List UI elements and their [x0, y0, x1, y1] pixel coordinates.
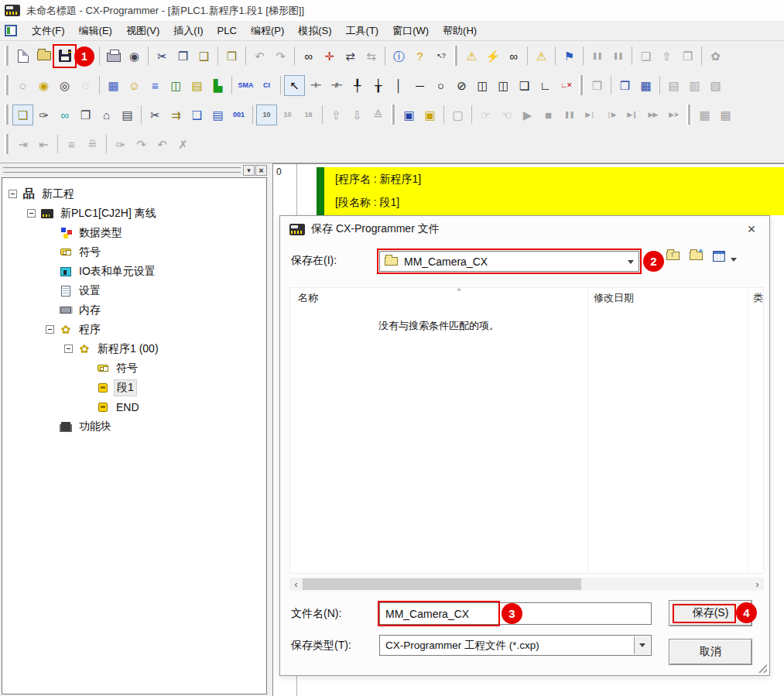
column-header-type[interactable]: 类 [753, 291, 763, 305]
zoom-out-button[interactable]: ◎ [54, 75, 75, 96]
menu-item-file[interactable]: 文件(F) [25, 21, 72, 41]
fb-instance-view-button[interactable]: ❑ [187, 105, 207, 125]
expand-toggle[interactable] [9, 190, 17, 198]
symbol-verify-button[interactable]: ▤ [663, 75, 684, 96]
symbol-replace-b-button[interactable]: ⇆ [361, 46, 382, 67]
tree-item-section-1[interactable]: 段1 [2, 378, 266, 397]
symbol-clear-button[interactable]: ▥ [684, 75, 705, 96]
tree-item-programs[interactable]: ✿程序 [2, 320, 266, 339]
window-properties-button[interactable]: ▤ [117, 105, 138, 125]
show-grid-button[interactable]: ▦ [103, 75, 124, 96]
zoom-custom-button[interactable]: ◉ [33, 75, 54, 96]
tree-item-settings[interactable]: 设置 [2, 281, 266, 300]
window-watch-button[interactable]: ∞ [54, 105, 75, 125]
data-stack-button[interactable]: ❒ [615, 75, 635, 96]
up-one-level-button[interactable] [666, 252, 680, 260]
mnemonic-view-button[interactable]: ▤ [207, 105, 228, 125]
pause-monitor-button[interactable]: ❚❚ [587, 46, 608, 67]
panel-grip[interactable] [3, 167, 241, 173]
tree-item-plc1[interactable]: 新PLC1[CJ2H] 离线 [2, 204, 266, 223]
panel-close-button[interactable]: × [255, 165, 267, 176]
toolbar-grip[interactable] [5, 46, 10, 66]
vertical-line-button[interactable]: │ [389, 75, 409, 96]
toolbar-grip[interactable] [5, 134, 10, 154]
window-address-button[interactable]: ⌂ [96, 105, 117, 125]
transfer-warning-button[interactable]: ⚠ [531, 46, 552, 67]
monitor-mode-toggle-button[interactable]: ▢ [447, 105, 468, 125]
instruction-block-rev-button[interactable]: ◫ [493, 75, 514, 96]
rung-annotation-list-button[interactable]: ≡ [145, 75, 166, 96]
marker-next-button[interactable]: ↷ [131, 134, 152, 155]
menu-item-view[interactable]: 视图(V) [119, 21, 166, 41]
cross-reference-button[interactable]: ✂ [145, 105, 166, 125]
new-folder-button[interactable] [690, 252, 703, 260]
coil-open-button[interactable]: ○ [430, 75, 451, 96]
tree-item-io-table[interactable]: IO表和单元设置 [2, 262, 266, 281]
paste-button[interactable]: ❑ [193, 46, 214, 67]
tree-item-program-symbols[interactable]: 符号 [2, 358, 266, 378]
show-tree-button[interactable]: ▙ [207, 75, 228, 96]
file-list[interactable]: 名称 ^ 修改日期 类 没有与搜索条件匹配的项。 [289, 287, 764, 574]
undo-button[interactable]: ↶ [249, 46, 270, 67]
resize-grip[interactable] [756, 662, 767, 673]
redo-button[interactable]: ↷ [270, 46, 291, 67]
pause-run-button[interactable]: ❚❚ [559, 105, 580, 125]
cancel-button[interactable]: 取消 [669, 639, 752, 665]
tree-item-memory[interactable]: 内存 [2, 300, 266, 320]
context-help-button[interactable]: ↖? [430, 46, 451, 67]
function-call-button[interactable]: ❏ [514, 75, 535, 96]
column-divider[interactable] [748, 288, 748, 573]
coil-closed-button[interactable]: ⊘ [451, 75, 472, 96]
window-compare-button[interactable]: ❐ [677, 46, 698, 67]
mode-run-button[interactable]: ▶ [517, 105, 538, 125]
scroll-right-arrow[interactable]: › [751, 578, 764, 591]
save-type-dropdown-button[interactable] [634, 636, 650, 654]
show-sma-button[interactable]: SMA [235, 75, 256, 96]
menu-item-window[interactable]: 窗口(W) [385, 21, 436, 41]
download-symbols-button[interactable]: ⇩ [347, 105, 368, 125]
cut-button[interactable]: ✂ [152, 46, 173, 67]
menu-item-tools[interactable]: 工具(T) [339, 21, 386, 41]
menu-item-edit[interactable]: 编辑(E) [72, 21, 119, 41]
symbol-replace-button[interactable]: ⇄ [340, 46, 361, 67]
go-to-end-button[interactable]: ▶➤ [663, 105, 684, 125]
compile-all-button[interactable]: ⚡ [482, 46, 503, 67]
toolbar-grip[interactable] [391, 105, 396, 125]
save-in-combobox[interactable]: MM_Camera_CX [379, 251, 639, 272]
symbol-confirm-button[interactable]: ▧ [705, 75, 726, 96]
online-edit-button[interactable]: ⚑ [559, 46, 580, 67]
toolbar-grip[interactable] [5, 75, 10, 95]
toolbar-grip[interactable] [454, 46, 459, 66]
work-online-button[interactable]: ▣ [399, 105, 419, 125]
tree-item-function-blocks[interactable]: 功能块 [2, 417, 266, 436]
select-mode-button[interactable]: ↖ [284, 75, 305, 96]
copy-button[interactable]: ❐ [173, 46, 193, 67]
radix-signed-decimal-button[interactable]: 10 [277, 105, 298, 125]
menu-item-plc[interactable]: PLC [211, 22, 244, 39]
contact-closed-button[interactable]: ⊣∕⊢ [326, 75, 347, 96]
rung-list-wrap-button[interactable]: ≞ [82, 134, 103, 155]
marker-set-button[interactable]: ✑ [110, 134, 131, 155]
pause-button[interactable]: ❚❚ [608, 46, 628, 67]
save-type-combobox[interactable]: CX-Programmer 工程文件 (*.cxp) [379, 635, 652, 656]
toolbar-grip[interactable] [686, 105, 692, 125]
instruction-block-button[interactable]: ◫ [472, 75, 493, 96]
print-button[interactable] [103, 46, 124, 67]
monitor-io-button[interactable]: ◫ [166, 75, 187, 96]
tree-item-data-types[interactable]: 数据类型 [2, 223, 266, 242]
fast-forward-button[interactable]: ▶▶ [642, 105, 663, 125]
tree-item-new-project[interactable]: 品新工程 [2, 184, 266, 204]
show-comments-button[interactable]: ☺ [124, 75, 145, 96]
line-delete-button[interactable]: ∟✕ [556, 75, 577, 96]
marker-clear-button[interactable]: ✗ [173, 134, 193, 155]
new-file-button[interactable] [12, 46, 33, 67]
stop-button[interactable]: ■ [538, 105, 559, 125]
step-in-button[interactable]: ❘▶ [601, 105, 621, 125]
panel-dropdown-button[interactable]: ▾ [243, 165, 255, 176]
find-button[interactable]: ∞ [298, 46, 319, 67]
mode-program-button[interactable]: ☞ [475, 105, 496, 125]
marker-prev-button[interactable]: ↶ [152, 134, 173, 155]
auto-online-button[interactable]: ▣ [419, 105, 440, 125]
zoom-in-button[interactable]: ◌ [12, 75, 33, 96]
symbol-usage-button[interactable]: ⇉ [166, 105, 187, 125]
